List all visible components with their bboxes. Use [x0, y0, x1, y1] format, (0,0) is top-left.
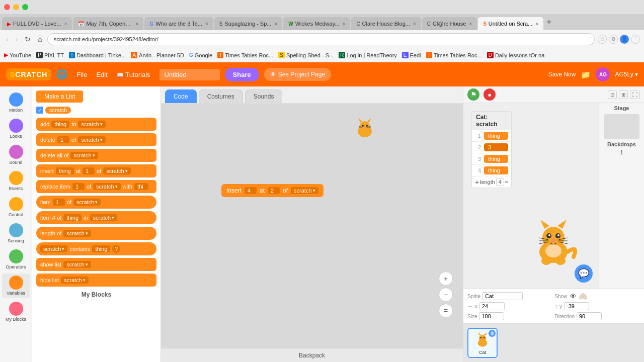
sprite-size-input[interactable] [479, 312, 504, 320]
insert-block-list-dropdown[interactable]: scratch [103, 167, 130, 174]
bookmark-arvin[interactable]: A Arvin - Planner 5D [131, 52, 184, 58]
bookmark-eedi[interactable]: E Eedi [402, 52, 421, 58]
zoom-in-button[interactable]: + [439, 272, 453, 286]
tab-sounds[interactable]: Sounds [245, 89, 283, 103]
username-label[interactable]: AG5Ly ▾ [615, 71, 638, 78]
insert-block-index-input[interactable]: 1 [83, 167, 95, 174]
bookmark-tinker[interactable]: T Dashboard | Tinke... [69, 52, 126, 58]
sprite-y-input[interactable] [564, 302, 589, 310]
tab-youtube[interactable]: ▶ FULL DVD - Love... × [2, 17, 72, 30]
project-title-input[interactable] [159, 69, 220, 80]
tab-scratch[interactable]: S Untitled on Scra... × [478, 17, 543, 30]
insert-block-thing-input[interactable]: thing [56, 167, 74, 174]
eye-hide-button[interactable]: 🙈 [579, 292, 587, 300]
delete-all-block-list-dropdown[interactable]: scratch [70, 152, 98, 159]
canvas-area[interactable]: Insert 4 at 2 of scratch + − = [161, 104, 463, 348]
see-project-button[interactable]: 👁 See Project Page [264, 68, 331, 81]
delete-block-list-dropdown[interactable]: scratch [78, 136, 105, 143]
sidebar-item-sound[interactable]: Sound [2, 143, 30, 167]
zoom-reset-button[interactable]: = [439, 304, 453, 318]
tab-clarehouse[interactable]: C Clare House Blog... × [351, 17, 421, 30]
profile-icon[interactable]: 👤 [620, 35, 629, 44]
delete-block[interactable]: delete 1 of scratch [36, 133, 156, 146]
bookmark-pixltt[interactable]: P PiXL TT [36, 52, 64, 58]
contains-block-thing-input[interactable]: thing [92, 245, 110, 252]
length-block-list-dropdown[interactable]: scratch [63, 230, 91, 237]
green-flag-button[interactable]: ⚑ [467, 88, 479, 101]
address-bar[interactable]: scratch.mit.edu/projects/392495248/edito… [47, 33, 595, 45]
minimize-button[interactable] [13, 4, 19, 10]
delete-block-index-input[interactable]: 1 [57, 136, 69, 143]
bookmark-star-icon[interactable]: ☆ [598, 35, 607, 44]
bookmark-google[interactable]: G Google [189, 52, 212, 58]
maximize-button[interactable] [22, 4, 28, 10]
tab-code[interactable]: Code [165, 89, 197, 103]
stage-fullscreen-button[interactable]: ⛶ [630, 90, 640, 99]
close-button[interactable] [4, 4, 10, 10]
stop-button[interactable]: ■ [484, 88, 496, 101]
sidebar-item-operators[interactable]: Operators [2, 247, 30, 272]
chat-button[interactable]: 💬 [575, 264, 593, 283]
item-num-block[interactable]: item # of thing in scratch [36, 211, 156, 224]
canvas-val2-input[interactable]: 2 [268, 187, 280, 194]
tab-wickes[interactable]: W Wickes Medway... × [283, 17, 350, 30]
replace-block-index-input[interactable]: 1 [72, 183, 85, 190]
home-button[interactable]: ⌂ [36, 34, 44, 44]
sidebar-item-myblocks[interactable]: My Blocks [2, 300, 30, 324]
item-block-index-input[interactable]: 1 [53, 199, 65, 206]
reload-button[interactable]: ↻ [23, 34, 33, 44]
list-add-item-button[interactable]: + [475, 178, 479, 186]
hide-list-block-dropdown[interactable]: scratch [61, 277, 88, 284]
show-list-block[interactable]: show list scratch [36, 258, 156, 271]
bookmark-timestables1[interactable]: T Times Tables Roc... [217, 52, 273, 58]
menu-icon[interactable]: ⋮ [631, 35, 640, 44]
sprite-x-input[interactable] [479, 302, 505, 310]
replace-block-value-input[interactable]: thi [134, 183, 148, 190]
stage-normal-button[interactable]: ⊞ [619, 90, 628, 99]
item-block[interactable]: item 1 of scratch [36, 196, 156, 209]
sidebar-item-control[interactable]: Control [2, 195, 30, 219]
canvas-insert-block[interactable]: Insert 4 at 2 of scratch [221, 184, 324, 197]
back-button[interactable]: ‹ [4, 34, 11, 44]
bookmark-youtube[interactable]: ▶ YouTube [4, 52, 31, 58]
bookmark-daily[interactable]: D Daily lessons tOr na [487, 52, 545, 58]
stage-small-button[interactable]: ⊡ [608, 90, 617, 99]
item-num-block-list-dropdown[interactable]: scratch [90, 214, 117, 221]
bookmark-timestables2[interactable]: T Times Tables Roc... [426, 52, 482, 58]
add-block-thing-input[interactable]: thing [51, 121, 69, 128]
canvas-val1-input[interactable]: 4 [245, 187, 257, 194]
contains-block-list-dropdown[interactable]: scratch [40, 245, 67, 252]
item-num-block-thing-input[interactable]: thing [63, 214, 82, 221]
bookmark-spellingshed[interactable]: S Spelling Shed - S... [278, 52, 334, 58]
share-button[interactable]: Share [225, 68, 259, 81]
item-block-list-dropdown[interactable]: scratch [73, 199, 101, 206]
sidebar-item-motion[interactable]: Motion [2, 90, 30, 115]
menu-edit[interactable]: Edit [92, 69, 111, 80]
eye-show-button[interactable]: 👁 [570, 292, 577, 300]
tab-may7[interactable]: 📅 May 7th, Copenh... × [73, 17, 143, 30]
tab-supa[interactable]: S Supaglazing - Sp... × [214, 17, 282, 30]
menu-tutorials[interactable]: 📖 Tutorials [113, 69, 154, 80]
sidebar-item-looks[interactable]: Looks [2, 117, 30, 141]
canvas-list-dropdown[interactable]: scratch [291, 187, 318, 194]
zoom-out-button[interactable]: − [439, 288, 453, 302]
add-block[interactable]: add thing to scratch [36, 118, 156, 131]
sprite-thumb-cat[interactable]: 🗑 Cat [467, 328, 498, 358]
make-list-button[interactable]: Make a List [36, 90, 83, 103]
sidebar-item-sensing[interactable]: Sensing [2, 221, 30, 245]
tab-cl-re[interactable]: C Cl@re House × [422, 17, 477, 30]
hide-list-block[interactable]: hide list scratch [36, 274, 156, 287]
length-block[interactable]: length of scratch [36, 227, 156, 240]
sprite-direction-input[interactable] [577, 312, 602, 320]
sidebar-item-events[interactable]: Events [2, 169, 30, 193]
forward-button[interactable]: › [14, 34, 20, 44]
contains-block[interactable]: scratch contains thing ? [36, 242, 156, 255]
tab-costumes[interactable]: Costumes [199, 89, 243, 103]
add-block-list-dropdown[interactable]: scratch [78, 121, 105, 128]
folder-icon[interactable]: 📁 [581, 70, 591, 79]
scratch-checkbox[interactable]: ✓ [36, 107, 43, 114]
insert-block[interactable]: insert thing at 1 of scratch [36, 164, 156, 177]
globe-icon[interactable]: 🌐 [56, 69, 67, 80]
scratch-logo[interactable]: SCRATCH [6, 68, 51, 80]
replace-block[interactable]: replace item 1 of scratch with thi [36, 180, 156, 193]
